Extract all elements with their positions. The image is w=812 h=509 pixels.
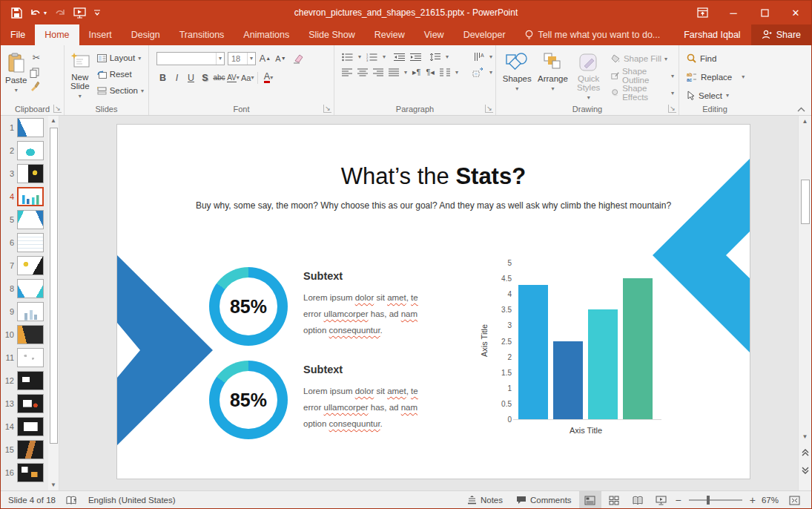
donut-chart-2[interactable]: 85%: [209, 361, 288, 439]
slide-thumbnail-image[interactable]: [17, 302, 44, 321]
drawing-dialog-launcher[interactable]: ↘: [668, 105, 676, 113]
align-left-icon[interactable]: [342, 68, 352, 76]
slide-thumbnail-6[interactable]: 6: [1, 231, 48, 254]
close-button[interactable]: ✕: [780, 1, 811, 24]
slide-sorter-view-button[interactable]: [603, 491, 625, 509]
slide-thumbnail-image[interactable]: [17, 348, 44, 367]
slide-thumbnail-2[interactable]: 2: [1, 139, 48, 162]
format-painter-icon[interactable]: [30, 81, 42, 91]
slide-thumbnail-image[interactable]: [17, 164, 44, 183]
user-name[interactable]: Farshad Iqbal: [673, 24, 750, 45]
section-button[interactable]: Section▾: [94, 82, 147, 99]
bar-series-3[interactable]: [588, 309, 618, 419]
tab-file[interactable]: File: [1, 24, 35, 45]
reading-view-button[interactable]: [627, 491, 649, 509]
select-button[interactable]: Select▾: [687, 87, 750, 104]
scroll-up-icon[interactable]: ▲: [48, 116, 59, 126]
tab-developer[interactable]: Developer: [454, 24, 515, 45]
thumbnails-scrollbar[interactable]: ▲ ▼: [48, 116, 59, 490]
cut-icon[interactable]: ✂: [30, 50, 42, 65]
ribbon-display-options-icon[interactable]: [687, 1, 718, 24]
tell-me-box[interactable]: Tell me what you want to do...: [515, 24, 670, 45]
slide-subtitle[interactable]: Buy why, some say, the moon? Why choose …: [117, 200, 750, 211]
slide-thumbnail-image[interactable]: [17, 187, 44, 206]
slide-thumbnail-14[interactable]: 14: [1, 415, 48, 438]
slide-thumbnail-image[interactable]: [17, 233, 44, 252]
copy-icon[interactable]: [30, 68, 42, 78]
scroll-down-icon[interactable]: ▼: [799, 432, 811, 442]
new-slide-button[interactable]: New Slide ▾: [67, 48, 93, 99]
tab-review[interactable]: Review: [365, 24, 415, 45]
slide-thumbnail-image[interactable]: [17, 371, 44, 390]
tab-design[interactable]: Design: [122, 24, 170, 45]
main-scrollbar[interactable]: ▲ ▼: [798, 116, 811, 490]
maximize-button[interactable]: [749, 1, 780, 24]
layout-button[interactable]: Layout▾: [94, 50, 147, 66]
arrange-button[interactable]: Arrange ▾: [536, 48, 569, 101]
tab-insert[interactable]: Insert: [79, 24, 122, 45]
slide-thumbnail-8[interactable]: 8: [1, 277, 48, 300]
bold-button[interactable]: B: [156, 70, 169, 85]
slide-thumbnail-image[interactable]: [17, 417, 44, 436]
paste-dropdown-icon[interactable]: ▾: [15, 87, 18, 93]
slide-thumbnail-9[interactable]: 9: [1, 300, 48, 323]
bar-chart[interactable]: Axis Title Axis Title 54.543.532.521.510…: [478, 260, 670, 441]
tab-home[interactable]: Home: [35, 24, 79, 45]
text-direction-icon[interactable]: A: [474, 52, 484, 62]
notes-button[interactable]: Notes: [461, 491, 509, 509]
font-dialog-launcher[interactable]: ↘: [323, 105, 331, 113]
collapse-ribbon-icon[interactable]: [797, 107, 805, 112]
slide-thumbnail-image[interactable]: [17, 325, 44, 344]
comments-button[interactable]: Comments: [510, 491, 578, 509]
paragraph-dialog-launcher[interactable]: ↘: [485, 105, 493, 113]
replace-button[interactable]: abac Replace▾: [687, 68, 750, 85]
zoom-slider[interactable]: [689, 499, 742, 501]
thumbnails-scroll-thumb[interactable]: [50, 128, 58, 444]
rtl-paragraph-icon[interactable]: ¶◂: [426, 68, 434, 77]
fit-to-window-icon[interactable]: [783, 491, 805, 509]
slide-thumbnail-7[interactable]: 7: [1, 254, 48, 277]
slide-thumbnail-15[interactable]: 15: [1, 438, 48, 461]
subtext-block-1[interactable]: Subtext Lorem ipsum dolor sit amet, teer…: [303, 270, 440, 338]
slide-thumbnail-image[interactable]: [17, 440, 44, 459]
slide[interactable]: What’s the Stats? Buy why, some say, the…: [116, 124, 750, 479]
strikethrough-button[interactable]: abc: [213, 70, 225, 85]
change-case-button[interactable]: Aa▾: [241, 70, 254, 85]
slide-thumbnail-1[interactable]: 1: [1, 116, 48, 139]
bar-series-1[interactable]: [518, 285, 548, 419]
slide-thumbnail-image[interactable]: [17, 394, 44, 413]
align-center-icon[interactable]: [357, 68, 368, 76]
paste-button[interactable]: Paste ▾: [5, 48, 27, 93]
spell-check-icon[interactable]: [66, 496, 78, 505]
character-spacing-button[interactable]: AV▾: [227, 70, 240, 85]
slide-thumbnail-image[interactable]: [17, 256, 44, 275]
grow-font-icon[interactable]: A▲: [259, 51, 271, 65]
slide-thumbnail-10[interactable]: 10: [1, 323, 48, 346]
columns-icon[interactable]: [440, 68, 450, 76]
font-color-button[interactable]: A▾: [262, 70, 274, 85]
increase-indent-icon[interactable]: [410, 53, 421, 62]
undo-dropdown-icon[interactable]: ▾: [44, 10, 47, 16]
main-scroll-thumb[interactable]: [801, 180, 810, 224]
slide-thumbnail-image[interactable]: [17, 141, 44, 160]
font-name-combo[interactable]: ▾: [156, 52, 225, 65]
clipboard-dialog-launcher[interactable]: ↘: [53, 105, 62, 113]
slide-thumbnail-16[interactable]: 16: [1, 461, 48, 484]
customize-qat-icon[interactable]: [93, 8, 101, 17]
slide-thumbnail-image[interactable]: [17, 279, 44, 298]
decrease-indent-icon[interactable]: [394, 53, 405, 62]
zoom-slider-thumb[interactable]: [707, 496, 710, 505]
justify-icon[interactable]: [389, 68, 399, 76]
reset-button[interactable]: Reset: [94, 66, 147, 82]
new-slide-dropdown-icon[interactable]: ▾: [79, 93, 82, 99]
convert-smartart-icon[interactable]: [472, 68, 484, 77]
slide-thumbnail-image[interactable]: [17, 463, 44, 482]
slide-thumbnail-4[interactable]: 4: [1, 185, 48, 208]
next-slide-icon[interactable]: [799, 466, 811, 475]
font-size-combo[interactable]: 18▾: [228, 52, 256, 65]
slide-thumbnail-12[interactable]: 12: [1, 369, 48, 392]
scroll-up-icon[interactable]: ▲: [799, 116, 811, 127]
tab-slide-show[interactable]: Slide Show: [299, 24, 365, 45]
numbering-icon[interactable]: 123: [366, 53, 377, 62]
minimize-button[interactable]: ─: [718, 1, 749, 24]
